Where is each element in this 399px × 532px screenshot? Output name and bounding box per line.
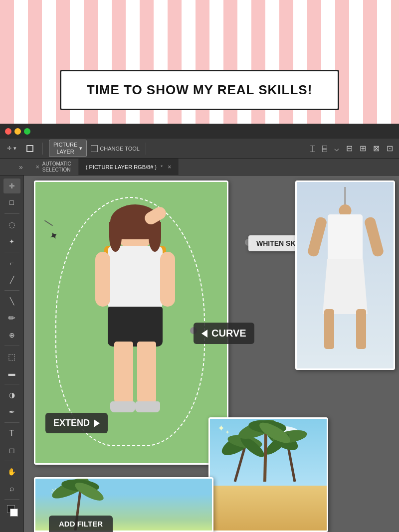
align-left-icon[interactable]: ⊟	[344, 143, 355, 154]
curve-text: CURVE	[211, 328, 246, 339]
brush-tool[interactable]: ✏	[3, 311, 20, 326]
eraser-tool[interactable]: ⬚	[3, 349, 20, 364]
lt-sep-6	[4, 422, 19, 423]
maximize-button[interactable]	[24, 128, 30, 135]
lt-sep-7	[4, 461, 19, 461]
distribute-icon[interactable]: ⊡	[385, 143, 395, 154]
beach-sand	[210, 486, 327, 531]
lasso-tool[interactable]: ◌	[3, 217, 20, 232]
page-title: TIME TO SHOW MY REAL SKILLS!	[71, 82, 328, 98]
main-area: ✛ ☐ ◌ ✦ ⌐ ╱ ╲ ✏ ⊕ ⬚ ▬ ◑ ✒ T ◻ ✋ ⌕	[0, 176, 399, 532]
curve-label: CURVE	[194, 323, 254, 344]
move-icon: ✛	[7, 145, 11, 152]
hand-tool[interactable]: ✋	[3, 464, 20, 479]
girl-torso	[108, 246, 163, 311]
girl-figure	[70, 207, 200, 436]
girl-hair-side-right	[149, 222, 161, 252]
tab-bar: » × AUTOMATICSELECTION ( PICTURE LAYER R…	[0, 159, 399, 176]
dropdown-arrow: ▾	[79, 145, 82, 152]
sun-sparkle: ✦	[217, 423, 225, 434]
align-top-icon[interactable]: ⌶	[308, 143, 317, 154]
extend-arrow-icon	[94, 419, 100, 427]
tab-picture-layer[interactable]: ( PICTURE LAYER RGB/8# ) * ×	[79, 159, 179, 175]
marquee-icon	[26, 145, 33, 152]
tab-label-automatic: AUTOMATICSELECTION	[42, 161, 71, 173]
mannequin-arm-right	[364, 216, 385, 258]
lt-sep-8	[4, 499, 19, 500]
align-hcenter-icon[interactable]: ⊞	[358, 143, 368, 154]
close-button[interactable]	[5, 128, 11, 135]
pen-tool[interactable]: ✒	[3, 404, 20, 419]
sparkle-small: ✦	[225, 429, 230, 436]
mannequin-torso	[328, 214, 363, 264]
mannequin-arm-left	[307, 216, 328, 258]
extend-label: EXTEND	[45, 413, 108, 433]
marquee-btn[interactable]	[23, 144, 36, 154]
wand-tool-icon: ✦	[47, 228, 61, 244]
extend-text: EXTEND	[53, 418, 90, 428]
picture-layer-label: PICTURELAYER	[53, 142, 77, 155]
eyedropper-tool[interactable]: ╱	[3, 272, 20, 287]
title-bar	[0, 124, 399, 139]
svg-line-8	[265, 432, 266, 482]
gradient-tool[interactable]: ▬	[3, 366, 20, 381]
picture-layer-dropdown[interactable]: PICTURELAYER ▾	[49, 140, 87, 157]
add-filter-label: ADD FILTER	[49, 516, 113, 532]
app-window: ✛ ▾ PICTURELAYER ▾ CHANGE TOOL ⌶ ⌸ ⌵ ⊟ ⊞…	[0, 124, 399, 532]
girl-leg-left	[114, 342, 133, 406]
lt-sep-1	[4, 213, 19, 214]
checkbox-icon	[91, 145, 98, 152]
mannequin-card	[295, 180, 395, 370]
magic-wand-tool[interactable]: ✦	[3, 234, 20, 249]
crop-tool[interactable]: ⌐	[3, 255, 20, 270]
separator-1	[42, 143, 43, 155]
curve-arrow-icon	[201, 330, 207, 338]
separator-2	[146, 143, 146, 155]
tab-modified-indicator: *	[161, 164, 163, 170]
alignment-icons: ⌶ ⌸ ⌵ ⊟ ⊞ ⊠ ⊡	[308, 143, 395, 154]
move-tool[interactable]: ✛	[3, 178, 20, 193]
palm-trees-svg	[210, 417, 328, 486]
align-bottom-icon[interactable]: ⌵	[332, 143, 341, 154]
girl-shorts	[108, 307, 163, 347]
girl-leg-right	[137, 342, 156, 406]
change-tool-label: CHANGE TOOL	[100, 146, 140, 152]
lt-sep-4	[4, 346, 19, 346]
shape-tool[interactable]: ◻	[3, 443, 20, 458]
change-tool-checkbox[interactable]: CHANGE TOOL	[91, 145, 140, 152]
foreground-color[interactable]	[3, 503, 20, 518]
mannequin-skirt	[323, 259, 368, 314]
canvas-area[interactable]: ✦ ╲ EXTEND CURVE WHITEN SKIN	[24, 176, 399, 532]
lt-sep-3	[4, 290, 19, 291]
minimize-button[interactable]	[14, 128, 21, 135]
dodge-tool[interactable]: ◑	[3, 387, 20, 402]
panels-collapse-btn[interactable]: »	[15, 159, 27, 175]
close-tab-icon[interactable]: ×	[36, 164, 39, 171]
girl-hair-side-left	[109, 222, 122, 252]
lt-sep-5	[4, 384, 19, 384]
lt-sep-2	[4, 252, 19, 252]
mannequin-leg-right	[356, 309, 366, 349]
tab-automatic-selection[interactable]: × AUTOMATICSELECTION	[27, 159, 79, 175]
mannequin-stand	[344, 187, 346, 207]
move-tool-btn[interactable]: ✛ ▾	[4, 144, 19, 153]
clone-tool[interactable]: ⊕	[3, 328, 20, 343]
left-toolbar: ✛ ☐ ◌ ✦ ⌐ ╱ ╲ ✏ ⊕ ⬚ ▬ ◑ ✒ T ◻ ✋ ⌕	[0, 176, 24, 532]
beach-card: ✦ ✦	[208, 417, 328, 532]
mannequin-leg-left	[324, 309, 334, 349]
close-tab2-icon[interactable]: ×	[168, 164, 171, 171]
text-tool[interactable]: T	[3, 426, 20, 441]
girl-arm-left	[95, 252, 110, 307]
healing-tool[interactable]: ╲	[3, 294, 20, 309]
girl-shoe-left	[110, 401, 135, 412]
wand-stick: ╲	[45, 219, 52, 228]
align-right-icon[interactable]: ⊠	[371, 143, 382, 154]
main-toolbar: ✛ ▾ PICTURELAYER ▾ CHANGE TOOL ⌶ ⌸ ⌵ ⊟ ⊞…	[0, 139, 399, 159]
girl-shoe-right	[135, 401, 160, 412]
add-filter-text: ADD FILTER	[59, 520, 103, 528]
move-dropdown: ▾	[13, 145, 16, 152]
title-box: TIME TO SHOW MY REAL SKILLS!	[60, 70, 339, 110]
marquee-tool[interactable]: ☐	[3, 195, 20, 210]
zoom-tool[interactable]: ⌕	[3, 481, 20, 496]
align-vcenter-icon[interactable]: ⌸	[320, 143, 329, 154]
